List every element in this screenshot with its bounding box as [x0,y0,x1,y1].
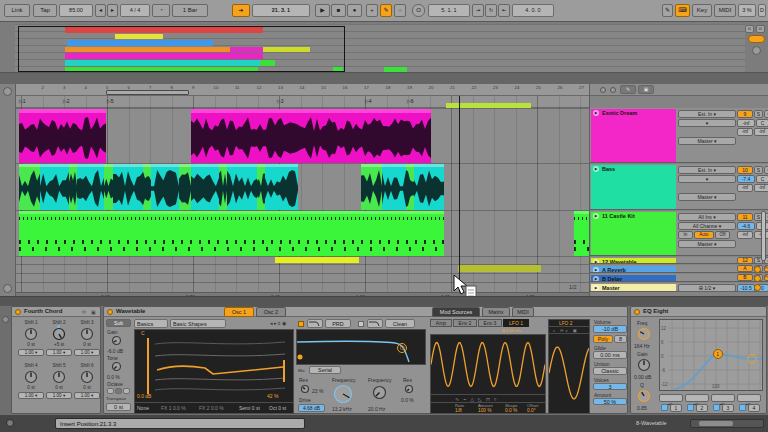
quantize-menu[interactable]: 1 Bar [172,4,208,17]
offset-value[interactable]: 0.0° [527,408,536,413]
overdub-button[interactable]: + [366,4,378,17]
monitor-off-button[interactable]: Off [715,231,730,239]
zoom-height-button[interactable]: ⊡ [745,25,754,33]
octave-down-button[interactable] [107,388,114,394]
volume-field[interactable]: -7.4 [737,175,755,183]
band-enable-checkbox[interactable] [661,404,668,411]
band-number-button[interactable]: 3 [722,404,734,412]
track-header[interactable]: ▶B DelayBSPost [590,274,768,282]
audio-clip[interactable] [361,164,382,210]
band-filter-type-menu[interactable] [711,394,735,402]
tempo-field[interactable]: 85.00 [59,4,93,17]
filter2-res-knob[interactable] [404,384,414,394]
pan-field[interactable]: C [756,175,768,183]
filter1-type-menu[interactable] [307,319,323,328]
audio-clip[interactable] [265,164,298,210]
audio-clip[interactable] [40,164,69,210]
lfo1-display[interactable] [430,334,546,395]
solo-cue-dot-3[interactable] [754,284,761,291]
send-a-field[interactable]: -inf [737,231,753,239]
arrangement-position-field[interactable]: 21. 3. 1 [252,4,310,17]
clip-title-bar[interactable] [151,164,179,167]
output-routing-menu[interactable]: Master ▾ [678,137,736,145]
device-scrollbar-thumb[interactable] [699,421,733,426]
device-power-icon[interactable] [15,309,21,315]
clip-title-bar[interactable] [414,164,444,167]
arrangement-lanes[interactable]: 2345678910111213141516171819202122232425… [15,84,590,303]
tab-env2[interactable]: Env 2 [453,319,477,327]
draw-mode-button[interactable]: ✎ [380,4,392,17]
eq-eight-header[interactable]: EQ Eight [631,307,766,317]
loop-start-field[interactable]: 5. 1. 1 [428,4,470,17]
pre-post-button[interactable]: Post [764,274,768,281]
arm-button[interactable]: ● [764,110,768,118]
audio-clip[interactable] [19,164,40,210]
draw-icon-button[interactable]: ✎ [662,4,673,17]
wt-volume-field[interactable]: -10 dB [593,325,627,333]
sub-gain-knob[interactable] [111,335,122,346]
back-to-arrangement-button[interactable] [748,35,765,43]
amount-value[interactable]: 100 % [478,408,492,413]
monitor-auto-button[interactable]: Auto [694,231,714,239]
audio-clip[interactable] [227,164,257,210]
filter1-circuit-menu[interactable]: PRD [325,319,351,328]
sub-tone-knob[interactable] [111,361,122,372]
io-toggle-icon[interactable] [600,87,606,93]
tab-lfo1[interactable]: LFO 1 [503,319,529,327]
midi-clip[interactable] [19,211,444,256]
audio-clip[interactable] [414,164,444,210]
device-area-separator[interactable] [0,296,768,306]
track-header[interactable]: ▶Master⊞ 1/2 ▾-10.50 [590,283,768,292]
rate-value[interactable]: 1/8 [455,408,462,413]
output-routing-menu[interactable]: Master ▾ [678,193,736,201]
clip-title-bar[interactable] [19,109,106,113]
lfo-shape-icons[interactable]: ∿⌁△◺⊓≈ [455,396,501,402]
audio-clip[interactable] [104,164,113,210]
beat-time-ruler[interactable]: 2345678910111213141516171819202122232425… [16,84,590,96]
track-header[interactable]: ▶A ReverbASPost [590,265,768,273]
audio-clip[interactable] [143,164,151,210]
clip-title-bar[interactable] [265,164,298,167]
clip-title-bar[interactable] [219,164,227,167]
clip-title-bar[interactable] [19,211,444,214]
unison-amount-field[interactable]: 50 % [593,398,627,405]
input-channel-menu[interactable]: ▾ [678,119,736,127]
nudge-up-button[interactable]: ► [107,4,118,17]
pan-field[interactable]: C [756,119,768,127]
overview-scroll-strip[interactable] [0,72,768,84]
track-header[interactable]: ▶12 Wavetable12S● [590,257,768,264]
wavetable-table-menu[interactable]: Basic Shapes [170,319,226,328]
clip-title-bar[interactable] [191,164,219,167]
clip-title-bar[interactable] [77,164,104,167]
lfo-attack-value[interactable]: A 0.00 ms [502,328,521,333]
arrangement-overview[interactable]: ⊡ ⊡ [0,22,768,84]
loop-brace[interactable] [106,90,189,95]
filter-routing-menu[interactable]: Serial [309,366,341,374]
osc-oct-value[interactable]: Oct 0 st [269,405,286,411]
loop-button[interactable]: ↻ [485,4,497,17]
device-power-icon[interactable] [107,309,113,315]
stop-button[interactable]: ■ [331,4,346,17]
band-number-button[interactable]: 1 [670,404,682,412]
filter-display[interactable]: ⏻ [296,329,426,365]
track-name-area[interactable]: ▶Master [591,284,676,291]
band-enable-checkbox[interactable] [687,404,694,411]
wavetable-bank-menu[interactable]: Basics [134,319,168,328]
punch-out-button[interactable]: ⇤ [498,4,510,17]
fold-arrow-icon[interactable]: ▶ [593,110,599,116]
fold-arrow-icon[interactable]: ▶ [593,285,599,291]
poly-mode-button[interactable]: Poly [593,335,613,343]
tap-tempo-button[interactable]: Tap [33,4,57,17]
metronome-button[interactable]: ◔ [152,4,170,17]
track-name-area[interactable]: ▶11 Castle Kit [591,212,676,255]
eq-gain-knob[interactable] [637,358,651,372]
vertical-scrollbar[interactable] [761,211,766,261]
link-button[interactable]: Link [4,4,30,17]
tab-env3[interactable]: Env 3 [478,319,502,327]
clip-title-bar[interactable] [143,164,151,167]
audio-clip[interactable] [382,164,406,210]
locator-marker[interactable]: ▷3 [277,98,284,104]
solo-button[interactable]: S [754,166,763,174]
return-letter-button[interactable]: A [737,265,753,272]
input-routing-menu[interactable]: All Ins ▾ [678,213,736,221]
